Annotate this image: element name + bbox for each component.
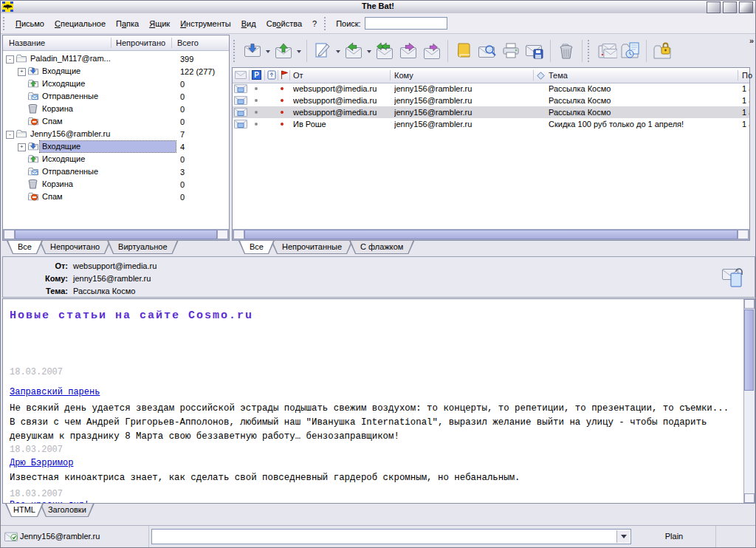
- priority-column-icon[interactable]: P: [252, 70, 261, 80]
- view-history-button[interactable]: [619, 38, 642, 64]
- folder-row-spam[interactable]: Спам 0: [3, 191, 229, 203]
- reply-dropdown[interactable]: [365, 38, 373, 64]
- folder-row-spam[interactable]: Спам 0: [3, 115, 229, 128]
- from-value: websupport@imedia.ru: [73, 261, 157, 270]
- expand-toggle[interactable]: -: [6, 131, 14, 139]
- folder-row-sent[interactable]: Отправленные 3: [3, 165, 229, 178]
- folder-row-inbox[interactable]: + Входящие 122 (277): [3, 65, 229, 78]
- folder-row-inbox-selected[interactable]: + Входящие 4: [3, 140, 229, 153]
- tab-unread-folders[interactable]: Непрочитано: [39, 241, 111, 254]
- folder-row-sent[interactable]: Отправленные 0: [3, 90, 229, 103]
- menu-special[interactable]: Специальное: [49, 17, 111, 30]
- message-source-icon[interactable]: [721, 264, 744, 290]
- tab-virtual-folders[interactable]: Виртуальное: [107, 241, 178, 254]
- column-unread[interactable]: Непрочитано: [116, 38, 165, 47]
- delete-message-button[interactable]: [554, 38, 578, 64]
- scroll-left-button[interactable]: [4, 230, 15, 239]
- attachment-column-icon[interactable]: [267, 70, 276, 80]
- folder-view-tabs: Все Непрочитано Виртуальное: [7, 241, 175, 254]
- search-gripper[interactable]: [324, 17, 328, 30]
- flag-column-icon[interactable]: [280, 70, 289, 80]
- scroll-down-button[interactable]: [744, 493, 755, 503]
- tab-flagged-messages[interactable]: С флажком: [349, 241, 414, 254]
- search-input[interactable]: [365, 17, 447, 30]
- menu-gripper[interactable]: [3, 17, 7, 30]
- folder-row-outbox[interactable]: Исходящие 0: [3, 153, 229, 165]
- scroll-right-button[interactable]: [738, 230, 749, 239]
- new-message-dropdown[interactable]: [334, 38, 342, 64]
- find-message-button[interactable]: [475, 38, 499, 64]
- quick-template-combobox[interactable]: [151, 529, 631, 544]
- expand-toggle[interactable]: -: [6, 55, 14, 64]
- minimize-button[interactable]: [707, 1, 721, 13]
- tab-all-folders[interactable]: Все: [7, 241, 43, 254]
- scroll-left-button[interactable]: [233, 230, 244, 239]
- toolbar-gripper[interactable]: [233, 40, 237, 62]
- toolbar-separator: [550, 40, 551, 62]
- folder-row-account[interactable]: - Jenny156@rambler.ru 7: [3, 128, 229, 140]
- menu-letter[interactable]: Письмо: [10, 17, 49, 30]
- envelope-column-icon[interactable]: [235, 71, 247, 79]
- protect-folder-button[interactable]: [650, 38, 674, 64]
- send-mail-dropdown[interactable]: [295, 38, 303, 64]
- menu-account[interactable]: Ящик: [144, 17, 175, 30]
- body-vscrollbar[interactable]: [743, 299, 755, 503]
- message-row-selected[interactable]: websupport@imedia.ru jenny156@rambler.ru…: [233, 106, 749, 118]
- tab-unread-messages[interactable]: Непрочитанные: [271, 241, 353, 254]
- toolbar-overflow-chevron[interactable]: »: [749, 35, 754, 45]
- scroll-thumb[interactable]: [744, 309, 754, 391]
- menu-options[interactable]: Свойства: [261, 17, 307, 30]
- message-list-hscrollbar[interactable]: [233, 229, 749, 240]
- scroll-thumb[interactable]: [244, 230, 738, 239]
- folder-tree-hscrollbar[interactable]: [3, 229, 229, 240]
- status-account[interactable]: Jenny156@rambler.ru: [20, 532, 100, 541]
- menu-folder[interactable]: Папка: [111, 17, 144, 30]
- column-received[interactable]: По: [742, 71, 752, 80]
- to-label: Кому:: [3, 274, 68, 283]
- column-total[interactable]: Всего: [177, 38, 199, 47]
- send-queued-mail-button[interactable]: [272, 38, 295, 64]
- message-row[interactable]: websupport@imedia.ru jenny156@rambler.ru…: [233, 95, 749, 106]
- message-row[interactable]: Ив Роше jenny156@rambler.ru Скидка 100 р…: [233, 118, 749, 130]
- address-book-button[interactable]: [452, 38, 475, 64]
- reply-button[interactable]: [342, 38, 365, 64]
- maximize-button[interactable]: [723, 1, 737, 13]
- save-message-button[interactable]: [523, 38, 546, 64]
- print-button[interactable]: [499, 38, 523, 64]
- forward-button[interactable]: [396, 38, 420, 64]
- combobox-input[interactable]: [153, 530, 617, 543]
- toolbar-gripper[interactable]: [588, 40, 591, 62]
- message-row[interactable]: websupport@imedia.ru jenny156@rambler.ru…: [233, 83, 749, 95]
- tab-all-messages[interactable]: Все: [238, 241, 275, 254]
- combobox-dropdown-button[interactable]: [616, 530, 630, 543]
- tab-html[interactable]: HTML: [5, 504, 44, 517]
- column-to[interactable]: Кому: [394, 71, 413, 80]
- receive-mail-dropdown[interactable]: [264, 38, 272, 64]
- folder-total: 0: [180, 193, 185, 202]
- folder-row-outbox[interactable]: Исходящие 0: [3, 78, 229, 90]
- mail-dispatcher-button[interactable]: [595, 38, 619, 64]
- menu-help[interactable]: ?: [307, 17, 322, 30]
- folder-row-trash[interactable]: Корзина 0: [3, 178, 229, 191]
- reply-all-button[interactable]: [373, 38, 396, 64]
- expand-toggle[interactable]: +: [18, 68, 26, 76]
- scroll-thumb[interactable]: [15, 230, 217, 239]
- column-name[interactable]: Название: [9, 38, 45, 47]
- menu-tools[interactable]: Инструменты: [175, 17, 236, 30]
- article-link[interactable]: Дрю Бэрримор: [10, 458, 73, 468]
- folder-row-account[interactable]: - Paladin_M117@ram... 399: [3, 52, 229, 65]
- expand-toggle[interactable]: +: [18, 143, 26, 151]
- status-account-segment: Jenny156@rambler.ru: [1, 526, 149, 548]
- menu-view[interactable]: Вид: [236, 17, 261, 30]
- new-message-button[interactable]: [311, 38, 334, 64]
- scroll-right-button[interactable]: [217, 230, 228, 239]
- scroll-up-button[interactable]: [744, 299, 755, 309]
- tab-headers[interactable]: Заголовки: [40, 504, 94, 517]
- close-button[interactable]: [739, 1, 753, 13]
- folder-row-trash[interactable]: Корзина 0: [3, 103, 229, 115]
- article-link[interactable]: Заправский парень: [10, 387, 100, 397]
- receive-mail-button[interactable]: [241, 38, 264, 64]
- column-subject[interactable]: Тема: [549, 71, 568, 80]
- redirect-button[interactable]: [420, 38, 444, 64]
- column-from[interactable]: От: [293, 71, 303, 80]
